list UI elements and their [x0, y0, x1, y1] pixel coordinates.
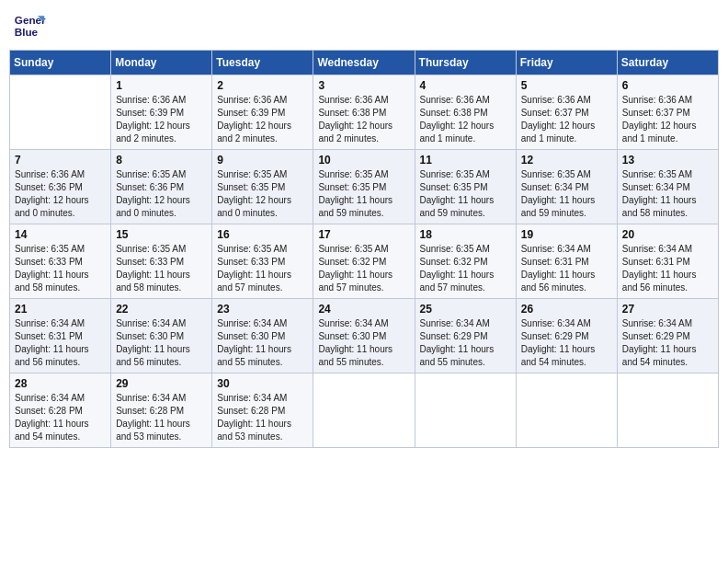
day-info: Sunrise: 6:35 AMSunset: 6:32 PMDaylight:… — [420, 243, 511, 294]
day-number: 16 — [217, 228, 308, 241]
calendar-cell: 23Sunrise: 6:34 AMSunset: 6:30 PMDayligh… — [212, 299, 313, 373]
calendar-cell: 11Sunrise: 6:35 AMSunset: 6:35 PMDayligh… — [415, 150, 516, 224]
calendar-cell — [313, 373, 415, 448]
calendar-cell: 28Sunrise: 6:34 AMSunset: 6:28 PMDayligh… — [10, 373, 111, 448]
day-number: 6 — [622, 79, 713, 92]
calendar-cell — [10, 75, 111, 150]
calendar-cell — [617, 373, 718, 448]
day-number: 29 — [116, 377, 207, 390]
day-number: 9 — [217, 154, 308, 167]
calendar-cell: 3Sunrise: 6:36 AMSunset: 6:38 PMDaylight… — [313, 75, 415, 150]
day-info: Sunrise: 6:34 AMSunset: 6:30 PMDaylight:… — [318, 317, 409, 369]
column-header-monday: Monday — [111, 51, 212, 75]
day-info: Sunrise: 6:34 AMSunset: 6:31 PMDaylight:… — [622, 243, 713, 294]
logo: General Blue — [13, 9, 50, 42]
day-info: Sunrise: 6:35 AMSunset: 6:35 PMDaylight:… — [318, 168, 409, 220]
calendar-cell: 27Sunrise: 6:34 AMSunset: 6:29 PMDayligh… — [617, 299, 718, 373]
calendar-cell: 24Sunrise: 6:34 AMSunset: 6:30 PMDayligh… — [313, 299, 415, 373]
calendar-cell: 14Sunrise: 6:35 AMSunset: 6:33 PMDayligh… — [10, 224, 111, 299]
day-number: 18 — [420, 228, 511, 241]
column-header-tuesday: Tuesday — [212, 51, 313, 75]
day-number: 19 — [521, 228, 612, 241]
day-number: 10 — [318, 154, 409, 167]
day-info: Sunrise: 6:34 AMSunset: 6:29 PMDaylight:… — [420, 317, 511, 369]
day-number: 13 — [622, 154, 713, 167]
calendar-week-5: 28Sunrise: 6:34 AMSunset: 6:28 PMDayligh… — [10, 373, 719, 448]
calendar-cell: 12Sunrise: 6:35 AMSunset: 6:34 PMDayligh… — [516, 150, 617, 224]
day-info: Sunrise: 6:35 AMSunset: 6:35 PMDaylight:… — [217, 168, 308, 220]
day-info: Sunrise: 6:36 AMSunset: 6:38 PMDaylight:… — [318, 94, 409, 145]
svg-text:Blue: Blue — [15, 26, 39, 38]
day-number: 24 — [318, 303, 409, 316]
day-number: 7 — [15, 154, 106, 167]
day-number: 21 — [15, 303, 106, 316]
day-number: 23 — [217, 303, 308, 316]
day-number: 27 — [622, 303, 713, 316]
calendar-week-3: 14Sunrise: 6:35 AMSunset: 6:33 PMDayligh… — [10, 224, 719, 299]
calendar-week-1: 1Sunrise: 6:36 AMSunset: 6:39 PMDaylight… — [10, 75, 719, 150]
day-info: Sunrise: 6:34 AMSunset: 6:29 PMDaylight:… — [521, 317, 612, 369]
calendar-cell: 15Sunrise: 6:35 AMSunset: 6:33 PMDayligh… — [111, 224, 212, 299]
day-info: Sunrise: 6:35 AMSunset: 6:33 PMDaylight:… — [15, 243, 106, 294]
calendar-table: SundayMondayTuesdayWednesdayThursdayFrid… — [9, 50, 719, 448]
calendar-cell: 7Sunrise: 6:36 AMSunset: 6:36 PMDaylight… — [10, 150, 111, 224]
day-info: Sunrise: 6:36 AMSunset: 6:39 PMDaylight:… — [217, 94, 308, 145]
svg-text:General: General — [15, 14, 46, 26]
day-info: Sunrise: 6:35 AMSunset: 6:32 PMDaylight:… — [318, 243, 409, 294]
column-header-wednesday: Wednesday — [313, 51, 415, 75]
day-number: 25 — [420, 303, 511, 316]
day-number: 2 — [217, 79, 308, 92]
day-number: 22 — [116, 303, 207, 316]
day-number: 28 — [15, 377, 106, 390]
day-info: Sunrise: 6:36 AMSunset: 6:37 PMDaylight:… — [521, 94, 612, 145]
day-number: 4 — [420, 79, 511, 92]
calendar-cell: 4Sunrise: 6:36 AMSunset: 6:38 PMDaylight… — [415, 75, 516, 150]
calendar-cell: 16Sunrise: 6:35 AMSunset: 6:33 PMDayligh… — [212, 224, 313, 299]
calendar-cell: 29Sunrise: 6:34 AMSunset: 6:28 PMDayligh… — [111, 373, 212, 448]
calendar-cell — [415, 373, 516, 448]
calendar-cell: 17Sunrise: 6:35 AMSunset: 6:32 PMDayligh… — [313, 224, 415, 299]
day-info: Sunrise: 6:34 AMSunset: 6:29 PMDaylight:… — [622, 317, 713, 369]
day-info: Sunrise: 6:35 AMSunset: 6:33 PMDaylight:… — [217, 243, 308, 294]
calendar-cell: 10Sunrise: 6:35 AMSunset: 6:35 PMDayligh… — [313, 150, 415, 224]
column-header-sunday: Sunday — [10, 51, 111, 75]
day-info: Sunrise: 6:34 AMSunset: 6:31 PMDaylight:… — [15, 317, 106, 369]
day-info: Sunrise: 6:34 AMSunset: 6:31 PMDaylight:… — [521, 243, 612, 294]
day-number: 8 — [116, 154, 207, 167]
day-number: 3 — [318, 79, 409, 92]
calendar-cell: 13Sunrise: 6:35 AMSunset: 6:34 PMDayligh… — [617, 150, 718, 224]
day-info: Sunrise: 6:35 AMSunset: 6:33 PMDaylight:… — [116, 243, 207, 294]
column-header-friday: Friday — [516, 51, 617, 75]
day-info: Sunrise: 6:35 AMSunset: 6:36 PMDaylight:… — [116, 168, 207, 220]
calendar-cell: 5Sunrise: 6:36 AMSunset: 6:37 PMDaylight… — [516, 75, 617, 150]
calendar-cell: 9Sunrise: 6:35 AMSunset: 6:35 PMDaylight… — [212, 150, 313, 224]
page-header: General Blue — [9, 9, 719, 42]
calendar-week-2: 7Sunrise: 6:36 AMSunset: 6:36 PMDaylight… — [10, 150, 719, 224]
day-info: Sunrise: 6:35 AMSunset: 6:35 PMDaylight:… — [420, 168, 511, 220]
day-number: 30 — [217, 377, 308, 390]
calendar-cell: 6Sunrise: 6:36 AMSunset: 6:37 PMDaylight… — [617, 75, 718, 150]
calendar-cell: 1Sunrise: 6:36 AMSunset: 6:39 PMDaylight… — [111, 75, 212, 150]
logo-icon: General Blue — [13, 9, 46, 42]
calendar-cell — [516, 373, 617, 448]
column-header-saturday: Saturday — [617, 51, 718, 75]
calendar-cell: 8Sunrise: 6:35 AMSunset: 6:36 PMDaylight… — [111, 150, 212, 224]
calendar-header-row: SundayMondayTuesdayWednesdayThursdayFrid… — [10, 51, 719, 75]
day-info: Sunrise: 6:34 AMSunset: 6:30 PMDaylight:… — [116, 317, 207, 369]
day-number: 12 — [521, 154, 612, 167]
day-info: Sunrise: 6:34 AMSunset: 6:28 PMDaylight:… — [217, 392, 308, 443]
day-number: 5 — [521, 79, 612, 92]
calendar-cell: 25Sunrise: 6:34 AMSunset: 6:29 PMDayligh… — [415, 299, 516, 373]
calendar-cell: 20Sunrise: 6:34 AMSunset: 6:31 PMDayligh… — [617, 224, 718, 299]
day-number: 17 — [318, 228, 409, 241]
day-info: Sunrise: 6:35 AMSunset: 6:34 PMDaylight:… — [521, 168, 612, 220]
day-info: Sunrise: 6:36 AMSunset: 6:36 PMDaylight:… — [15, 168, 106, 220]
calendar-week-4: 21Sunrise: 6:34 AMSunset: 6:31 PMDayligh… — [10, 299, 719, 373]
calendar-cell: 21Sunrise: 6:34 AMSunset: 6:31 PMDayligh… — [10, 299, 111, 373]
calendar-cell: 2Sunrise: 6:36 AMSunset: 6:39 PMDaylight… — [212, 75, 313, 150]
day-number: 1 — [116, 79, 207, 92]
column-header-thursday: Thursday — [415, 51, 516, 75]
day-number: 14 — [15, 228, 106, 241]
day-info: Sunrise: 6:35 AMSunset: 6:34 PMDaylight:… — [622, 168, 713, 220]
day-info: Sunrise: 6:34 AMSunset: 6:28 PMDaylight:… — [15, 392, 106, 443]
